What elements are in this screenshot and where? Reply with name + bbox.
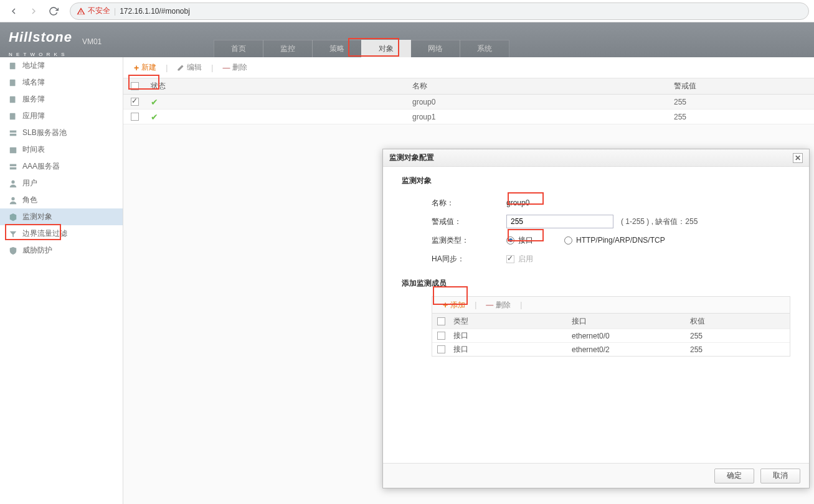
ha-checkbox (506, 255, 514, 263)
sidebar-item-monitor-object[interactable]: 监测对象 (0, 208, 123, 225)
cube-icon (9, 213, 17, 222)
new-button[interactable]: +新建 (128, 60, 162, 75)
filter-icon (9, 230, 17, 238)
calendar-icon (9, 146, 17, 154)
reload-icon (49, 6, 59, 16)
header-checkbox[interactable] (123, 82, 146, 90)
row-checkbox[interactable] (437, 345, 445, 353)
tab-system[interactable]: 系统 (460, 40, 509, 57)
svg-rect-5 (10, 133, 17, 136)
field-type-row: 监测类型： 接口 HTTP/Ping/ARP/DNS/TCP (402, 231, 790, 250)
app-header: Hillstone N E T W O R K S VM01 首页 监控 策略 … (0, 22, 814, 57)
ha-value: 启用 (518, 254, 533, 264)
section-monitor-object: 监测对象 (402, 175, 790, 186)
book-icon (9, 95, 17, 104)
member-grid: 类型 接口 权值 接口 ethernet0/0 255 接口 ethernet0… (432, 314, 790, 357)
sidebar-item-traffic[interactable]: 边界流量过滤 (0, 225, 123, 242)
sidebar-item-service[interactable]: 服务簿 (0, 91, 123, 108)
add-member-button[interactable]: +添加 (437, 297, 471, 312)
new-label: 新建 (141, 62, 156, 73)
col-name[interactable]: 名称 (407, 81, 669, 91)
vm-label: VM01 (82, 37, 102, 57)
grid-header: 状态 名称 警戒值 (123, 78, 814, 95)
col-weight[interactable]: 权值 (686, 316, 790, 327)
warn-label: 警戒值： (432, 217, 506, 227)
sidebar-item-aaa[interactable]: AAA服务器 (0, 158, 123, 175)
col-type[interactable]: 类型 (450, 316, 568, 327)
sidebar-item-label: 边界流量过滤 (22, 228, 67, 239)
cell-name: group1 (407, 113, 669, 121)
tab-monitor[interactable]: 监控 (263, 40, 313, 57)
sidebar-item-domain[interactable]: 域名簿 (0, 74, 123, 91)
table-row[interactable]: ✔ group0 255 (123, 95, 814, 110)
header-checkbox[interactable] (437, 317, 445, 325)
brand-sub: N E T W O R K S (9, 52, 72, 57)
sidebar-item-app[interactable]: 应用簿 (0, 108, 123, 124)
sidebar-item-slb[interactable]: SLB服务器池 (0, 124, 123, 141)
row-checkbox[interactable] (131, 113, 139, 121)
nav-tabs: 首页 监控 策略 对象 网络 系统 (214, 40, 509, 57)
brand-text: Hillstone (9, 29, 72, 54)
tab-policy[interactable]: 策略 (312, 40, 362, 57)
svg-rect-6 (10, 147, 17, 153)
radio-interface[interactable]: 接口 (506, 235, 533, 246)
svg-point-10 (11, 197, 14, 200)
member-row[interactable]: 接口 ethernet0/0 255 (432, 329, 790, 342)
forward-button[interactable] (25, 2, 42, 20)
close-button[interactable]: ✕ (793, 153, 803, 163)
tab-home[interactable]: 首页 (214, 40, 263, 57)
tab-network[interactable]: 网络 (410, 40, 460, 57)
warn-input[interactable] (506, 215, 613, 228)
sidebar-item-label: SLB服务器池 (22, 128, 67, 138)
name-label: 名称： (432, 198, 506, 208)
edit-button[interactable]: 编辑 (171, 60, 207, 75)
sidebar-item-role[interactable]: 角色 (0, 192, 123, 208)
back-button[interactable] (5, 2, 22, 20)
radio-label: HTTP/Ping/ARP/DNS/TCP (576, 236, 665, 245)
row-checkbox[interactable] (437, 332, 445, 340)
cell-type: 接口 (450, 330, 568, 341)
sidebar-item-label: 应用簿 (22, 111, 45, 121)
dialog-body: 监测对象 名称： group0 警戒值： ( 1-255 ) , 缺省值：255… (383, 167, 809, 463)
dialog-title-bar[interactable]: 监测对象配置 ✕ (383, 149, 809, 167)
sidebar-item-user[interactable]: 用户 (0, 175, 123, 192)
radio-http[interactable]: HTTP/Ping/ARP/DNS/TCP (564, 236, 665, 245)
arrow-left-icon (9, 6, 19, 16)
name-value: group0 (506, 198, 529, 207)
dialog-footer: 确定 取消 (383, 463, 809, 488)
delete-label: 删除 (496, 300, 511, 310)
member-row[interactable]: 接口 ethernet0/2 255 (432, 342, 790, 356)
sidebar-item-address[interactable]: 地址簿 (0, 57, 123, 74)
cell-type: 接口 (450, 344, 568, 355)
sidebar-item-label: 时间表 (22, 144, 45, 155)
dialog-title: 监测对象配置 (389, 152, 434, 163)
tab-object[interactable]: 对象 (361, 40, 411, 57)
col-status[interactable]: 状态 (146, 81, 407, 91)
ok-button[interactable]: 确定 (714, 469, 754, 483)
svg-point-9 (11, 180, 14, 183)
delete-label: 删除 (232, 62, 247, 73)
row-checkbox[interactable] (131, 98, 139, 106)
reload-button[interactable] (45, 2, 62, 20)
delete-member-button[interactable]: —删除 (480, 297, 516, 312)
field-ha-row: HA同步： 启用 (402, 250, 790, 268)
member-grid-header: 类型 接口 权值 (432, 314, 790, 329)
sidebar-item-label: 地址簿 (22, 60, 45, 71)
svg-rect-4 (10, 130, 17, 133)
sidebar-item-schedule[interactable]: 时间表 (0, 141, 123, 158)
table-row[interactable]: ✔ group1 255 (123, 110, 814, 124)
server-icon (9, 129, 17, 138)
check-icon: ✔ (151, 112, 158, 122)
cancel-button[interactable]: 取消 (760, 469, 800, 483)
sidebar-item-label: AAA服务器 (22, 161, 60, 172)
col-interface[interactable]: 接口 (568, 316, 686, 327)
delete-button[interactable]: —删除 (217, 60, 253, 75)
sidebar-item-threat[interactable]: 威胁防护 (0, 242, 123, 259)
col-warn[interactable]: 警戒值 (669, 81, 814, 91)
server-icon (9, 162, 17, 171)
book-icon (9, 112, 17, 121)
url-bar[interactable]: 不安全 | 172.16.1.10/#monobj (70, 2, 809, 20)
cell-weight: 255 (686, 332, 790, 340)
cell-warn: 255 (669, 113, 814, 121)
book-icon (9, 78, 17, 87)
